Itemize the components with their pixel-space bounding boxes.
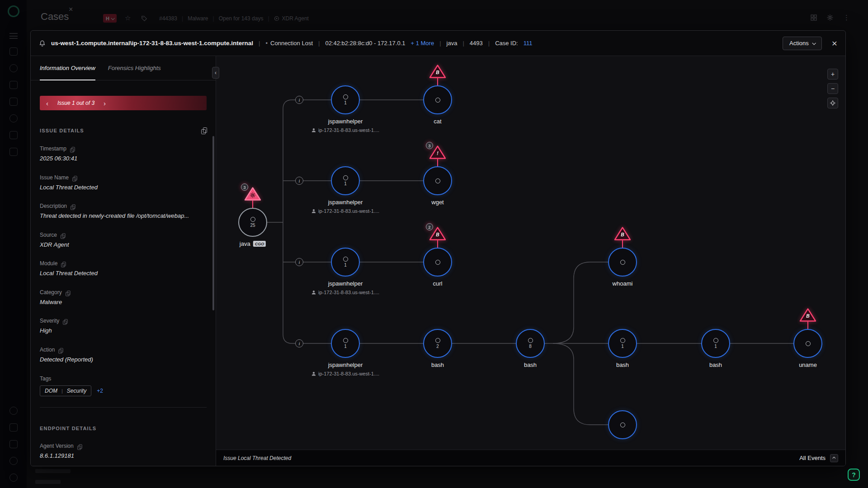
alert-connector: [252, 201, 253, 208]
field-value: Local Threat Detected: [40, 183, 207, 192]
process-label: jspawnhelper: [328, 361, 363, 368]
connection-status: Connection Lost: [266, 40, 313, 47]
process-circle: [423, 248, 452, 277]
process-glyph-icon: [528, 338, 533, 343]
process-glyph-icon: [620, 338, 625, 343]
chevron-up-icon: [832, 457, 835, 460]
zoom-in-button[interactable]: +: [827, 69, 838, 80]
process-glyph-icon: [435, 178, 440, 183]
fit-to-screen-button[interactable]: [827, 98, 838, 108]
field-label: Action: [40, 347, 55, 353]
close-modal-icon[interactable]: ×: [832, 38, 837, 48]
process-circle: [423, 85, 452, 114]
process-label: whoami: [613, 280, 633, 287]
detail-field: CategoryMalware: [40, 289, 207, 306]
process-glyph-icon: [250, 217, 255, 222]
actions-button[interactable]: Actions: [783, 37, 822, 50]
field-label: Category: [40, 289, 62, 296]
field-label: Tags: [40, 375, 51, 382]
process-circle: 1: [331, 166, 360, 195]
all-events-label: All Events: [799, 455, 826, 461]
process-glyph-icon: [343, 257, 348, 262]
field-value: 2025 06:30:41: [40, 155, 207, 163]
copy-field-icon[interactable]: [63, 319, 68, 324]
process-count: 2: [436, 344, 439, 349]
copy-field-icon[interactable]: [59, 348, 63, 353]
info-icon[interactable]: i: [295, 258, 303, 266]
alert-triangle-icon[interactable]: B: [799, 308, 816, 329]
process-label: curl: [433, 280, 443, 287]
tab-information-overview[interactable]: Information Overview: [40, 56, 95, 80]
alert-triangle-icon[interactable]: 3: [244, 187, 261, 208]
user-icon: [311, 371, 316, 376]
alarm-bell-icon: [39, 40, 46, 47]
case-id-link[interactable]: 111: [524, 40, 533, 47]
detail-field: DescriptionThreat detected in newly-crea…: [40, 203, 207, 220]
user-icon: [311, 290, 316, 295]
exclamation-icon: !: [429, 151, 446, 156]
field-label: Severity: [40, 318, 59, 324]
bug-icon: B: [429, 70, 446, 75]
field-label: Timestamp: [40, 145, 66, 152]
issue-pager-text: Issue 1 out of 3: [57, 100, 94, 106]
copy-field-icon[interactable]: [61, 262, 66, 267]
info-icon[interactable]: i: [295, 96, 303, 104]
graph-footer: Issue Local Threat Detected All Events: [216, 450, 845, 466]
copy-field-icon[interactable]: [66, 291, 70, 296]
field-label: Source: [40, 232, 57, 238]
copy-field-icon[interactable]: [61, 233, 65, 238]
detail-field: ModuleLocal Threat Detected: [40, 260, 207, 277]
alert-connector: [807, 322, 808, 329]
user-icon: [311, 209, 316, 213]
zoom-controls: + −: [827, 69, 838, 108]
chevron-down-icon: [812, 41, 816, 45]
alert-triangle-icon[interactable]: B: [614, 226, 631, 248]
tags-box: DOM|Security: [40, 385, 91, 396]
process-count: 1: [344, 344, 347, 349]
alert-triangle-icon[interactable]: B: [429, 64, 446, 85]
process-graph: ‹ 325javaCGO1jspaw: [216, 56, 845, 466]
process-host: ip-172-31-8-83.us-west-1....: [311, 371, 379, 376]
field-value: Malware: [40, 298, 207, 306]
alert-connector: [437, 240, 438, 248]
zoom-out-button[interactable]: −: [827, 83, 838, 94]
collapse-panel-icon[interactable]: ‹: [212, 67, 219, 79]
process-count: 1: [344, 263, 347, 267]
field-value: Detected (Reported): [40, 356, 207, 364]
process-badge: CGO: [253, 241, 266, 247]
copy-all-icon[interactable]: [201, 127, 207, 134]
alert-triangle-icon[interactable]: 2B: [429, 226, 446, 248]
field-value: High: [40, 327, 207, 335]
help-button[interactable]: ?: [848, 469, 860, 481]
process-host: ip-172-31-8-83.us-west-1....: [311, 208, 379, 214]
endpoint-hostname: us-west-1.compute.internal\ip-172-31-8-8…: [51, 40, 253, 47]
process-glyph-icon: [806, 341, 811, 346]
alert-triangle-icon[interactable]: 3!: [429, 145, 446, 166]
process-circle: [793, 329, 822, 358]
expand-events-button[interactable]: [830, 454, 838, 462]
tab-forensics-highlights[interactable]: Forensics Highlights: [108, 56, 161, 80]
copy-field-icon[interactable]: [71, 204, 75, 209]
more-link[interactable]: + 1 More: [411, 40, 434, 47]
detail-field: SourceXDR Agent: [40, 232, 207, 249]
process-circle: 1: [701, 329, 730, 358]
tags-more-link[interactable]: +2: [97, 388, 103, 394]
info-icon[interactable]: i: [295, 339, 303, 347]
copy-field-icon[interactable]: [72, 176, 77, 181]
process-host: ip-172-31-8-83.us-west-1....: [311, 290, 379, 295]
process-label: jspawnhelper: [328, 280, 363, 287]
previous-issue-icon[interactable]: ‹: [46, 100, 48, 107]
info-icon[interactable]: i: [295, 177, 303, 185]
field-value: 8.6.1.129181: [40, 452, 207, 460]
copy-field-icon[interactable]: [70, 147, 75, 152]
next-issue-icon[interactable]: ›: [104, 100, 106, 107]
process-circle: 25: [238, 208, 267, 237]
field-value: Threat detected in newly-created file /o…: [40, 212, 207, 220]
detail-field: SeverityHigh: [40, 318, 207, 335]
field-value: Local Threat Detected: [40, 269, 207, 277]
copy-field-icon[interactable]: [77, 445, 82, 450]
process-name: java: [447, 40, 458, 47]
process-glyph-icon: [620, 422, 625, 427]
panel-scrollbar[interactable]: [212, 136, 214, 310]
process-glyph-icon: [435, 338, 440, 343]
